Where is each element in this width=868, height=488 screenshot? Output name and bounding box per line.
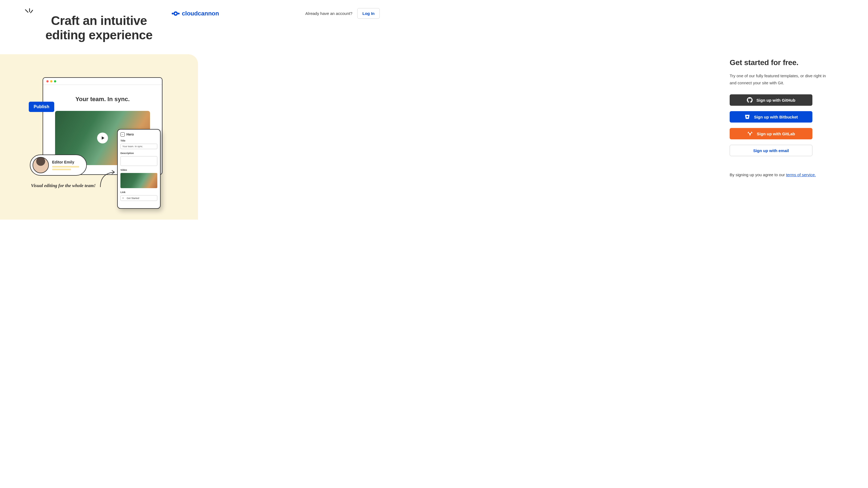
mobile-panel-title: Hero (126, 133, 134, 136)
field-link-value: ≡ Get Started (120, 195, 157, 201)
login-button[interactable]: Log In (357, 8, 380, 19)
window-minimize-dot (50, 80, 52, 83)
placeholder-lines (52, 166, 79, 170)
editor-name: Editor Emily (52, 160, 79, 164)
field-description-label: Description (120, 152, 157, 155)
browser-heading: Your team. In sync. (43, 96, 162, 103)
avatar (33, 157, 49, 173)
back-icon: ← (120, 132, 125, 137)
cloudcannon-icon (172, 9, 180, 18)
brand-logo[interactable]: cloudcannon (172, 9, 219, 18)
svg-point-2 (178, 12, 180, 14)
handwritten-caption: Visual editing for the whole team! (31, 183, 96, 188)
field-description-value (120, 156, 157, 166)
publish-badge: Publish (29, 102, 54, 112)
field-title-label: Title (120, 139, 157, 142)
svg-point-0 (174, 12, 177, 15)
mobile-editor-panel: ← Hero Title Your team. In sync. Descrip… (117, 129, 161, 209)
field-link-label: Link (120, 191, 157, 194)
brand-name: cloudcannon (182, 10, 219, 17)
field-video-label: Video (120, 169, 157, 171)
window-maximize-dot (54, 80, 56, 83)
browser-traffic-lights (43, 78, 162, 85)
link-icon: ≡ (122, 197, 125, 199)
editor-pill: Editor Emily (30, 155, 87, 176)
field-video-thumb (120, 173, 157, 188)
arrow-icon (98, 168, 119, 190)
play-icon (97, 133, 108, 143)
already-account-text: Already have an account? (305, 11, 352, 16)
svg-point-1 (172, 12, 174, 14)
field-title-value: Your team. In sync. (120, 144, 157, 149)
window-close-dot (46, 80, 49, 83)
